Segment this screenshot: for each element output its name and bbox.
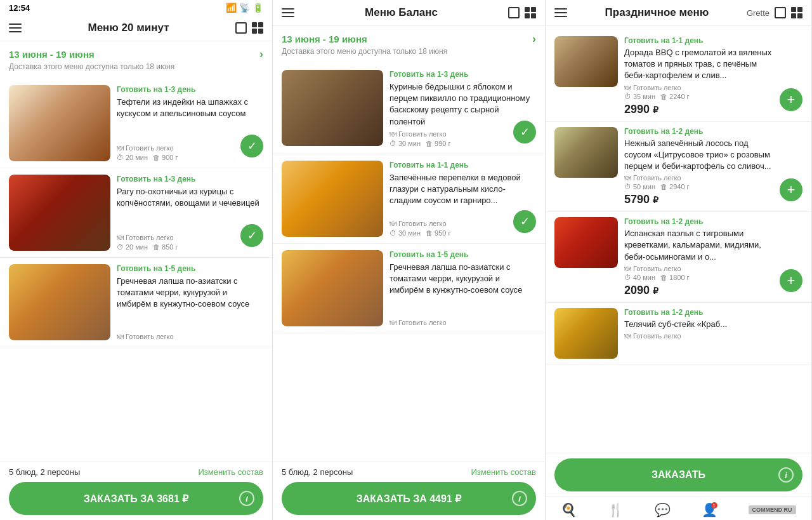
messages-icon: 💬 — [655, 502, 671, 517]
cook-level: 🍽Готовить легко — [117, 333, 263, 340]
add-to-cart-button[interactable]: ✓ — [240, 135, 263, 157]
mid-panel: Меню Баланс 13 июня - 19 июня › Доставка… — [273, 0, 546, 520]
nav-item-messages[interactable]: 💬 — [655, 502, 671, 517]
change-composition-button[interactable]: Изменить состав — [198, 467, 263, 477]
right-panel-title: Праздничное меню — [605, 6, 709, 19]
view-icons — [235, 22, 263, 34]
table-row: Готовить на 1-1 день Дорада BBQ с гремол… — [546, 31, 811, 122]
order-button[interactable]: ЗАКАЗАТЬ ЗА 3681 ₽ i — [9, 482, 263, 515]
recipe-meta: 🍽Готовить легко — [117, 333, 263, 340]
left-header: Меню 20 минут — [0, 15, 272, 41]
day-tag: Готовить на 1-1 день — [624, 36, 775, 45]
add-to-cart-button[interactable]: ✓ — [513, 121, 536, 143]
recipe-details: Готовить на 1-5 день Гречневая лапша по-… — [117, 264, 263, 340]
recipe-meta: 🍽Готовить легко ⏱ 50 мин 🗑 2940 г 5790 ₽ — [624, 174, 775, 206]
left-scroll-area[interactable]: Готовить на 1-3 день Тефтели из индейки … — [0, 74, 272, 462]
square-view-icon[interactable] — [775, 7, 786, 18]
cook-level: 🍽Готовить легко — [390, 319, 536, 326]
dish-count: 5 блюд, 2 персоны — [282, 467, 353, 477]
grid-view-icon[interactable] — [791, 7, 802, 18]
table-row: Готовить на 1-2 день Испанская паэлья с … — [546, 212, 811, 303]
recipe-details: Готовить на 1-5 день Гречневая лапша по-… — [390, 250, 536, 326]
table-row: Готовить на 1-3 день Тефтели из индейки … — [0, 79, 272, 168]
signal-icon: 📶 — [226, 3, 237, 13]
menu-icon[interactable] — [9, 23, 22, 32]
grid-view-icon[interactable] — [252, 22, 263, 34]
recipe-title: Испанская паэлья с тигровыми креветками,… — [624, 228, 775, 263]
dish-count: 5 блюд, 2 персоны — [9, 467, 80, 477]
day-tag: Готовить на 1-2 день — [624, 308, 775, 317]
mid-panel-title: Меню Баланс — [365, 6, 438, 19]
price-row: 5790 ₽ — [624, 193, 775, 206]
table-row: Готовить на 1-2 день Нежный запечённый л… — [546, 122, 811, 213]
add-to-cart-button[interactable]: + — [780, 88, 802, 111]
add-to-cart-button[interactable]: ✓ — [513, 210, 536, 233]
recipe-details: Готовить на 1-2 день Нежный запечённый л… — [624, 127, 802, 207]
recipe-meta: 🍽Готовить легко ⏱ 35 мин 🗑 2240 г 2990 ₽ — [624, 84, 775, 116]
wifi-icon: 📡 — [239, 3, 250, 13]
recipe-meta: 🍽Готовить легко — [390, 319, 536, 326]
status-icons: 📶 📡 🔋 — [226, 3, 263, 13]
mid-date-range: 13 июня - 19 июня › — [282, 32, 536, 46]
table-row: Готовить на 1-2 день Телячий суб-стейк «… — [546, 303, 811, 364]
nav-item-menu[interactable]: 🍴 — [608, 502, 624, 517]
nav-item-profile[interactable]: 👤 1 — [702, 502, 717, 517]
menu-nav-icon: 🍴 — [608, 502, 624, 517]
notification-badge: 1 — [711, 502, 717, 509]
recipe-title: Телячий суб-стейк «Краб... — [624, 319, 775, 330]
day-tag: Готовить на 1-5 день — [117, 264, 263, 273]
day-tag: Готовить на 1-2 день — [624, 127, 775, 136]
bottom-navigation: 🍳 🍴 💬 👤 1 COMMEND RU — [546, 497, 811, 520]
table-row: Готовить на 1-3 день Рагу по-охотничьи и… — [0, 168, 272, 258]
left-date-range: 13 июня - 19 июня › — [9, 48, 263, 61]
menu-icon[interactable] — [554, 8, 567, 17]
date-arrow[interactable]: › — [259, 48, 263, 61]
cook-level: 🍽Готовить легко — [624, 84, 775, 91]
left-footer: 5 блюд, 2 персоны Изменить состав ЗАКАЗА… — [0, 462, 272, 520]
recipe-title: Рагу по-охотничьи из курицы с копчёностя… — [117, 186, 263, 209]
menu-icon[interactable] — [282, 8, 294, 17]
cook-level: 🍽Готовить легко — [624, 265, 775, 272]
time-weight: ⏱ 35 мин 🗑 2240 г — [624, 93, 775, 100]
recipe-image — [554, 308, 618, 359]
time-weight: ⏱ 20 мин 🗑 850 г — [117, 243, 263, 251]
square-view-icon[interactable] — [235, 22, 247, 34]
mid-date-bar: 13 июня - 19 июня › Доставка этого меню … — [273, 26, 545, 58]
add-to-cart-button[interactable]: + — [780, 178, 802, 201]
order-button[interactable]: ЗАКАЗАТЬ i — [554, 458, 802, 491]
square-view-icon[interactable] — [508, 7, 520, 18]
cooking-icon: 🍳 — [561, 502, 577, 517]
nav-item-cooking[interactable]: 🍳 — [561, 502, 577, 517]
order-button-label: ЗАКАЗАТЬ ЗА 3681 ₽ — [33, 493, 239, 505]
order-button-label: ЗАКАЗАТЬ ЗА 4491 ₽ — [306, 493, 512, 505]
recipe-title: Гречневая лапша по-азиатски с томатами ч… — [390, 262, 536, 297]
table-row: Готовить на 1-1 день Запечённые перепелк… — [273, 154, 545, 244]
right-header-icons: Grette — [747, 7, 802, 18]
recipe-details: Готовить на 1-2 день Испанская паэлья с … — [624, 217, 802, 297]
info-icon[interactable]: i — [239, 491, 254, 506]
left-date-bar: 13 июня - 19 июня › Доставка этого меню … — [0, 41, 272, 74]
change-composition-button[interactable]: Изменить состав — [471, 467, 536, 477]
recipe-image — [9, 85, 110, 161]
date-arrow[interactable]: › — [532, 32, 536, 46]
price: 2990 ₽ — [624, 103, 658, 116]
recipe-details: Готовить на 1-1 день Дорада BBQ с гремол… — [624, 36, 802, 116]
add-to-cart-button[interactable]: + — [780, 269, 802, 292]
recipe-image — [9, 264, 110, 340]
add-to-cart-button[interactable]: ✓ — [240, 224, 263, 247]
cook-level: 🍽Готовить легко — [624, 332, 775, 340]
right-scroll-area[interactable]: Готовить на 1-1 день Дорада BBQ с гремол… — [546, 26, 811, 453]
day-tag: Готовить на 1-5 день — [390, 250, 536, 259]
recipe-title: Тефтели из индейки на шпажках с кускусом… — [117, 97, 263, 119]
left-date-sub: Доставка этого меню доступна только 18 и… — [9, 62, 263, 71]
info-icon[interactable]: i — [778, 467, 794, 483]
order-button[interactable]: ЗАКАЗАТЬ ЗА 4491 ₽ i — [282, 482, 536, 515]
grid-view-icon[interactable] — [525, 7, 536, 18]
mid-scroll-area[interactable]: Готовить на 1-3 день Куриные бёдрышки с … — [273, 58, 545, 462]
status-bar: 12:54 📶 📡 🔋 — [0, 0, 272, 15]
info-icon[interactable]: i — [512, 491, 527, 506]
recipe-title: Дорада BBQ с гремолатой из вяленых томат… — [624, 47, 775, 82]
right-header: Праздничное меню Grette — [546, 0, 811, 26]
time-weight: ⏱ 20 мин 🗑 900 г — [117, 154, 263, 161]
day-tag: Готовить на 1-1 день — [390, 161, 536, 170]
